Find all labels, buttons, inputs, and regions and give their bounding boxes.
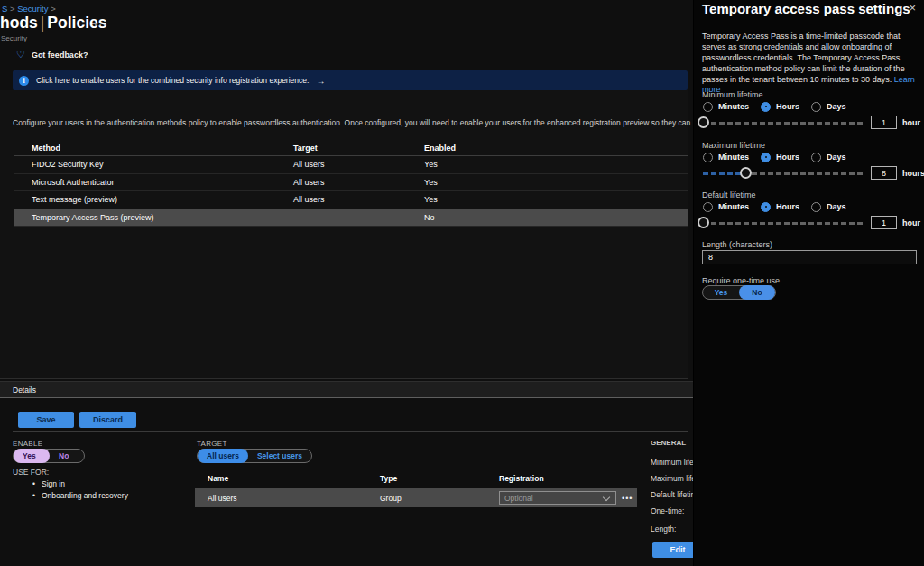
col-name: Name [195,474,380,483]
edit-button[interactable]: Edit [652,542,693,558]
slider-thumb[interactable] [698,116,709,128]
target-label: TARGET [197,440,227,448]
radio-label: Minutes [718,153,749,162]
radio-days[interactable]: Days [811,102,846,112]
radio-label: Days [827,202,846,211]
radio-hours[interactable]: Hours [761,102,799,112]
chevron-down-icon [603,494,610,501]
one-time-no-option[interactable]: No [739,285,775,300]
cell-name: All users [195,494,380,503]
maximum-lifetime-slider: hours [694,166,924,181]
title-overflow-menu-icon[interactable]: ··· [94,18,107,31]
target-all-users-option[interactable]: All users [198,449,248,463]
slider-thumb[interactable] [740,167,752,179]
slider-thumb[interactable] [698,217,709,228]
heart-icon: ♡ [16,50,25,60]
radio-icon [811,202,821,212]
one-time-use-toggle: Yes No [702,285,776,300]
radio-hours[interactable]: Hours [761,202,799,212]
description-text: Temporary Access Pass is a time-limited … [702,32,905,84]
slider-track[interactable] [703,222,865,225]
target-table-header: Name Type Registration [195,474,637,483]
methods-table-header: Method Target Enabled [14,141,688,156]
registration-placeholder: Optional [504,494,533,503]
target-toggle: All users Select users [197,449,312,463]
breadcrumb-sep: > [51,4,56,14]
table-row-microsoft-authenticator[interactable]: Microsoft Authenticator All users Yes [14,174,688,192]
one-time-yes-option[interactable]: Yes [703,285,739,300]
minimum-lifetime-value-input[interactable] [871,116,897,129]
info-banner[interactable]: i Click here to enable users for the com… [13,70,688,90]
cell-registration: Optional ••• [499,491,637,505]
col-method: Method [14,144,293,153]
table-row-text-message[interactable]: Text message (preview) All users Yes [14,191,688,209]
details-section-header: Details [0,381,693,398]
maximum-lifetime-unit: hours [902,169,924,178]
col-enabled: Enabled [424,144,688,153]
target-table-row-all-users[interactable]: All users Group Optional ••• [195,488,637,507]
save-button[interactable]: Save [18,412,74,428]
minimum-lifetime-label: Minimum lifetime [702,90,763,99]
breadcrumb-root[interactable]: S [2,4,7,14]
length-input[interactable] [702,250,917,264]
default-lifetime-value-input[interactable] [871,216,897,229]
cell-target: All users [293,178,424,187]
cell-type: Group [380,494,499,503]
radio-days[interactable]: Days [811,202,846,212]
cell-method: Text message (preview) [14,195,293,204]
registration-dropdown[interactable]: Optional [499,491,616,505]
cell-enabled: No [424,213,688,222]
slider-track[interactable] [703,122,865,125]
radio-selected-icon [761,202,771,212]
page-subtitle: Security [1,34,27,42]
default-lifetime-unit: hour [902,218,920,227]
maximum-lifetime-value-input[interactable] [871,166,897,180]
got-feedback-label: Got feedback? [32,51,88,60]
breadcrumb-security[interactable]: Security [17,4,48,14]
general-minimum-lifetime: Minimum lifetime: [651,458,693,467]
default-lifetime-unit-radios: Minutes Hours Days [703,200,858,213]
enable-yes-option[interactable]: Yes [14,449,50,463]
one-time-use-label: Require one-time use [702,276,780,285]
page-title-left: hods [0,14,38,32]
general-maximum-lifetime: Maximum lifetime: [651,474,693,483]
table-row-fido2[interactable]: FIDO2 Security Key All users Yes [14,156,688,174]
radio-icon [811,153,821,162]
cell-target: All users [293,160,424,169]
got-feedback-button[interactable]: ♡ Got feedback? [16,50,88,60]
radio-days[interactable]: Days [811,153,846,162]
maximum-lifetime-label: Maximum lifetime [702,141,765,150]
discard-button[interactable]: Discard [79,412,136,428]
breadcrumb: S > Security > [2,4,56,14]
length-label: Length (characters) [702,240,772,249]
panel-description: Temporary Access Pass is a time-limited … [702,32,919,96]
enable-no-option[interactable]: No [50,449,84,463]
general-default-lifetime: Default lifetime: [651,490,693,499]
minimum-lifetime-unit: hour [902,118,920,127]
radio-icon [811,102,821,112]
intro-text: Configure your users in the authenticati… [13,118,692,127]
cell-method: Temporary Access Pass (preview) [14,213,293,222]
divider [13,431,688,432]
radio-minutes[interactable]: Minutes [703,202,749,212]
row-context-menu-icon[interactable]: ••• [622,494,633,503]
radio-label: Hours [776,202,799,211]
radio-label: Hours [776,102,799,111]
target-select-users-option[interactable]: Select users [248,449,311,463]
use-for-item-sign-in: Sign in [32,479,65,488]
main-blade: S > Security > hods|Policies ··· Securit… [0,0,693,566]
radio-minutes[interactable]: Minutes [703,102,749,112]
minimum-lifetime-slider: hour [694,116,924,130]
panel-title: Temporary access pass settings [702,1,910,16]
default-lifetime-slider: hour [694,216,924,230]
table-row-temporary-access-pass[interactable]: Temporary Access Pass (preview) No [14,209,688,227]
radio-minutes[interactable]: Minutes [703,153,749,162]
col-type: Type [380,474,499,483]
col-registration: Registration [499,474,637,483]
page-title: hods|Policies [0,14,107,32]
enable-label: ENABLE [13,440,42,448]
radio-hours[interactable]: Hours [761,153,799,162]
cell-target: All users [293,195,424,204]
use-for-item-onboarding: Onboarding and recovery [32,491,128,500]
close-icon[interactable]: × [909,2,916,14]
